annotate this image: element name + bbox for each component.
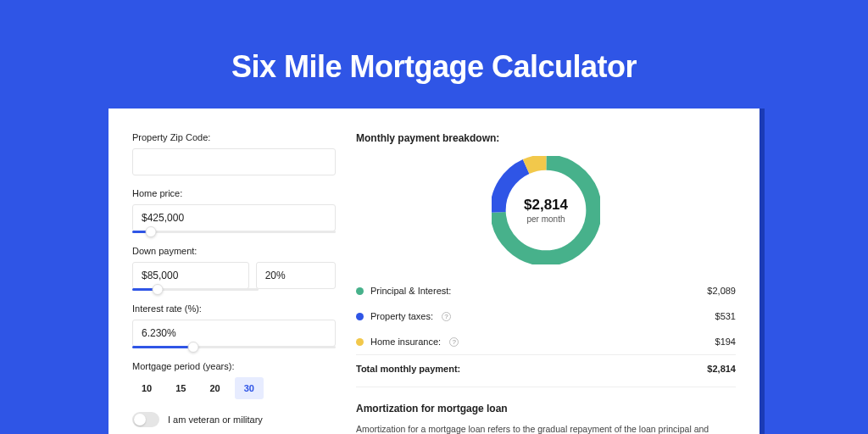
price-slider-thumb[interactable] bbox=[145, 226, 156, 237]
inputs-panel: Property Zip Code: Home price: Down paym… bbox=[132, 132, 336, 434]
donut-wrap: $2,814 per month bbox=[356, 156, 736, 264]
price-input[interactable] bbox=[132, 204, 336, 231]
rate-slider[interactable] bbox=[132, 346, 336, 348]
zip-input[interactable] bbox=[132, 148, 336, 175]
period-pill-10[interactable]: 10 bbox=[132, 377, 161, 399]
down-amount-input[interactable] bbox=[132, 262, 249, 289]
down-label: Down payment: bbox=[132, 246, 336, 256]
zip-label: Property Zip Code: bbox=[132, 132, 336, 142]
amortization-section: Amortization for mortgage loan Amortizat… bbox=[356, 387, 736, 434]
donut-chart: $2,814 per month bbox=[492, 156, 600, 264]
donut-sub: per month bbox=[526, 214, 565, 224]
legend: Principal & Interest:$2,089Property taxe… bbox=[356, 278, 736, 354]
rate-field: Interest rate (%): bbox=[132, 303, 336, 348]
amortization-title: Amortization for mortgage loan bbox=[356, 403, 736, 415]
legend-dot-icon bbox=[356, 338, 364, 346]
veteran-toggle[interactable] bbox=[132, 412, 159, 427]
breakdown-title: Monthly payment breakdown: bbox=[356, 132, 736, 144]
legend-dot-icon bbox=[356, 313, 364, 320]
legend-dot-icon bbox=[356, 287, 364, 295]
breakdown-panel: Monthly payment breakdown: $2,814 per mo… bbox=[356, 132, 736, 434]
price-label: Home price: bbox=[132, 188, 336, 198]
total-row: Total monthly payment: $2,814 bbox=[356, 354, 736, 381]
period-pill-20[interactable]: 20 bbox=[201, 377, 230, 399]
rate-input[interactable] bbox=[132, 320, 336, 347]
down-slider[interactable] bbox=[132, 288, 259, 291]
calculator-card: Property Zip Code: Home price: Down paym… bbox=[108, 108, 760, 434]
legend-row-tax: Property taxes:?$531 bbox=[356, 303, 736, 329]
info-icon[interactable]: ? bbox=[442, 312, 451, 321]
legend-row-ins: Home insurance:?$194 bbox=[356, 329, 736, 354]
legend-label: Property taxes: bbox=[370, 311, 433, 321]
down-slider-thumb[interactable] bbox=[152, 284, 163, 295]
page-title: Six Mile Mortgage Calculator bbox=[0, 0, 868, 85]
legend-label: Home insurance: bbox=[370, 337, 441, 347]
rate-slider-thumb[interactable] bbox=[188, 342, 199, 353]
legend-value: $531 bbox=[715, 311, 736, 321]
veteran-row: I am veteran or military bbox=[132, 412, 336, 427]
period-label: Mortgage period (years): bbox=[132, 361, 336, 371]
legend-row-pi: Principal & Interest:$2,089 bbox=[356, 278, 736, 303]
down-field: Down payment: bbox=[132, 246, 336, 291]
period-pills: 10152030 bbox=[132, 377, 336, 399]
legend-value: $194 bbox=[715, 337, 736, 347]
period-pill-30[interactable]: 30 bbox=[235, 377, 264, 399]
total-label: Total monthly payment: bbox=[356, 364, 460, 374]
veteran-label: I am veteran or military bbox=[168, 415, 263, 425]
price-field: Home price: bbox=[132, 188, 336, 233]
total-value: $2,814 bbox=[707, 364, 736, 374]
donut-amount: $2,814 bbox=[524, 197, 568, 214]
period-pill-15[interactable]: 15 bbox=[166, 377, 195, 399]
amortization-body: Amortization for a mortgage loan refers … bbox=[356, 423, 736, 434]
down-percent-input[interactable] bbox=[256, 262, 336, 289]
info-icon[interactable]: ? bbox=[449, 337, 459, 347]
donut-center: $2,814 per month bbox=[492, 156, 600, 264]
legend-label: Principal & Interest: bbox=[370, 286, 451, 296]
legend-value: $2,089 bbox=[707, 286, 736, 296]
period-field: Mortgage period (years): 10152030 bbox=[132, 361, 336, 399]
zip-field: Property Zip Code: bbox=[132, 132, 336, 175]
rate-label: Interest rate (%): bbox=[132, 303, 336, 314]
price-slider[interactable] bbox=[132, 231, 336, 233]
